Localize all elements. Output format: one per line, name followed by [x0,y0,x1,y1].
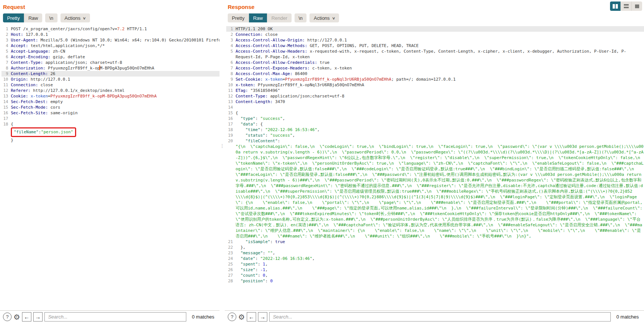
line-content: "position": 0 [236,278,644,284]
tab-label: Pretty [7,15,20,21]
find-next-button[interactable]: → [258,312,267,322]
layout-columns-button[interactable] [610,1,620,11]
code-token: ; path=/; domain=127.0.0.1 [391,77,455,82]
line-number: 16 [1,110,8,116]
code-token: User-Agent: [11,38,38,43]
file-content-string: "{\n \"captchaLogin\": false,\n \"codeLo… [236,144,644,239]
code-token: close [263,32,278,37]
response-findbar: ? ⚙ ← → 0 matches [225,310,644,323]
settings-gear-icon[interactable]: ⚙ [13,313,20,321]
code-token: Content-Length: [236,99,273,104]
code-token: Referer: [11,88,31,93]
request-findbar: ? ⚙ ← → 0 matches [0,310,220,323]
tab-raw[interactable]: Raw [24,13,42,22]
line-number: 11 [226,88,233,93]
line-number: 2 [226,32,233,37]
tab-linebreak[interactable]: \n [45,13,57,22]
code-token: Connection: [11,83,38,87]
code-token: HTTP/1.1 [125,27,147,31]
code-token: { [11,122,13,127]
code-token: , [265,267,268,272]
code-token: , [283,116,285,121]
line-number: 13 [226,99,233,105]
code-line: 21 "isSample": true [226,239,644,245]
line-content: "data": { [236,121,644,127]
line-number: 3 [1,37,8,43]
line-number: 10 [226,82,233,88]
line-content: "status": "success", [236,133,644,138]
http-message-viewer: Request PrettyRaw\nActions∨ 1POST /x_pro… [0,0,644,323]
help-icon[interactable]: ? [3,313,12,321]
tab-actions[interactable]: Actions∨ [60,13,90,22]
code-token: : [255,256,260,261]
code-token: true [275,239,285,244]
code-line: 18 "time": "2022-12-06 16:53:46", [226,127,644,133]
line-content: Access-Control-Max-Age: 86400 [236,71,644,77]
request-editor[interactable]: 1POST /x_program_center/jaxrs/config/ope… [0,24,220,310]
code-token: Cookie: [11,94,28,99]
code-line: 23 "message": "", [226,250,644,256]
code-token: c-token, x-token [310,66,352,71]
code-line: 5Accept-Language: zh-CN [1,49,220,54]
line-number: 19 [226,133,233,138]
line-number: 18 [226,127,233,133]
code-token: , [265,273,268,278]
tab-label: \n [49,15,53,21]
code-token: : [255,116,260,121]
line-number: 6 [1,54,8,60]
settings-gear-icon[interactable]: ⚙ [238,313,245,321]
panel-splitter[interactable]: ⋮ [220,0,225,323]
tab-actions[interactable]: Actions∨ [309,13,339,22]
code-token: Origin: [11,77,28,82]
line-content: } [11,137,220,143]
search-input[interactable] [269,312,611,322]
line-number: 3 [226,37,233,43]
response-editor[interactable]: 1HTTP/1.1 200 OK2Connection: close3Acces… [225,24,644,310]
tab-linebreak[interactable]: \n [295,13,307,22]
code-token: }, [236,245,246,250]
code-token: "status" [246,133,265,138]
find-previous-button[interactable]: ← [22,312,31,322]
code-line: 1HTTP/1.1 200 OK [226,26,644,32]
code-token: cors [48,105,60,110]
line-number: 15 [1,105,8,110]
line-number: 11 [1,82,8,88]
match-count: 0 matches [616,314,639,320]
line-content: POST /x_program_center/jaxrs/config/open… [11,26,220,32]
tab-pretty[interactable]: Pretty [228,13,249,22]
line-content: Cookie: x-token=PfyuxmzgIzrF89ff_k-opM-B… [11,93,220,99]
line-number: 23 [226,250,233,256]
code-token: "" [268,251,273,255]
line-content: Connection: close [11,82,220,88]
code-token: , [312,256,315,261]
code-token: : [263,251,268,255]
tab-label: Actions [65,15,81,21]
find-next-button[interactable]: → [33,312,43,322]
code-token: POST /x_program_center/jaxrs/config/open… [11,27,117,31]
tab-label: \n [299,15,303,21]
code-token: : { [255,122,263,127]
code-token: GET, POST, OPTIONS, PUT, DELETE, HEAD, T… [307,43,419,48]
find-previous-button[interactable]: ← [247,312,256,322]
layout-single-button[interactable] [631,1,642,11]
help-icon[interactable]: ? [228,313,236,321]
code-line: 16Sec-Fetch-Site: same-origin [1,110,220,116]
line-content: Content-Length: 3470 [236,99,644,105]
tab-pretty[interactable]: Pretty [3,13,24,22]
code-line: 24 "date": "2022-12-06 16:53:46", [226,256,644,261]
line-number: 27 [226,273,233,278]
code-line: } [1,137,220,143]
line-number: 13 [1,93,8,99]
tab-raw[interactable]: Raw [249,13,267,22]
code-line: 5Access-Control-Allow-Headers: x-request… [226,49,644,60]
line-content: Access-Control-Allow-Credentials: true [236,60,644,65]
code-token: zh-CN [50,49,65,54]
code-token: x-token [31,94,48,99]
search-input[interactable] [44,312,186,322]
code-token: { [236,111,238,115]
layout-rows-button[interactable] [620,1,631,11]
response-panel-head: Response PrettyRawRender\nActions∨ [225,0,644,24]
tab-group: Actions∨ [309,13,339,22]
code-line: 25 "spent": 1, [226,261,644,267]
code-line: 10x-token: PfyuxmzgIzrF89ff_k-opNql3rU6R… [226,82,644,88]
